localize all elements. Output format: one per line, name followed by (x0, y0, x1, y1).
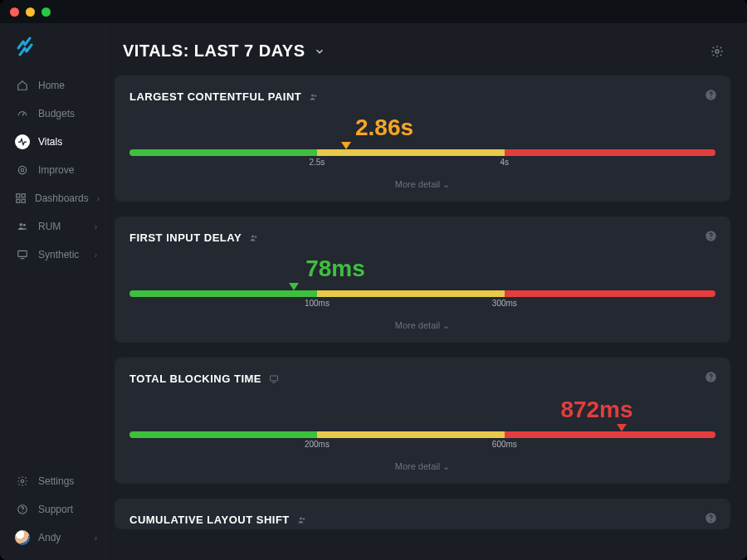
sidebar-item-dashboards[interactable]: Dashboards › (0, 184, 105, 212)
sidebar-item-rum[interactable]: RUM › (0, 212, 105, 241)
metric-value: 2.86s (106, 114, 715, 141)
chevron-down-icon: ⌄ (442, 320, 450, 330)
svg-point-1 (18, 166, 26, 173)
sidebar-item-budgets[interactable]: Budgets (0, 100, 105, 128)
metric-card-cls: CUMULATIVE LAYOUT SHIFT (115, 499, 730, 529)
sidebar-item-label: Home (38, 80, 65, 91)
window-close-dot[interactable] (10, 7, 19, 17)
more-detail-button[interactable]: More detail ⌄ (129, 315, 715, 334)
bar-segment-poor (505, 431, 715, 438)
threshold-tick: 2.5s (309, 158, 325, 167)
sidebar-item-label: Budgets (38, 108, 75, 119)
help-icon[interactable] (705, 512, 717, 524)
svg-point-26 (710, 379, 712, 381)
gear-icon (15, 474, 30, 489)
page-header: VITALS: LAST 7 DAYS (106, 23, 747, 75)
svg-rect-3 (17, 194, 20, 197)
card-title: FIRST INPUT DELAY (129, 231, 242, 244)
svg-point-28 (303, 518, 305, 520)
sidebar-nav: Home Budgets Vitals (0, 71, 105, 269)
threshold-bar: 2.5s 4s (129, 143, 715, 174)
svg-point-30 (710, 520, 712, 522)
svg-point-11 (21, 480, 24, 483)
svg-rect-6 (22, 199, 25, 202)
sidebar-item-improve[interactable]: Improve (0, 156, 105, 184)
svg-point-18 (710, 97, 712, 99)
users-icon (308, 92, 320, 102)
more-detail-button[interactable]: More detail ⌄ (129, 174, 715, 193)
threshold-tick: 300ms (492, 299, 517, 308)
sidebar-item-label: Synthetic (38, 249, 79, 261)
svg-rect-4 (22, 194, 25, 197)
app-logo[interactable] (0, 35, 105, 71)
sidebar-item-vitals[interactable]: Vitals (0, 128, 105, 156)
bar-segment-ni (317, 149, 505, 156)
svg-point-22 (710, 238, 712, 240)
app-window: Home Budgets Vitals (0, 0, 747, 560)
card-title: TOTAL BLOCKING TIME (129, 373, 261, 385)
content-scroll[interactable]: LARGEST CONTENTFUL PAINT 2.86s (106, 75, 747, 560)
threshold-tick: 200ms (305, 440, 330, 449)
value-marker (289, 283, 299, 290)
home-icon (15, 78, 30, 93)
threshold-bar: 100ms 300ms (129, 284, 715, 315)
sidebar-item-label: Dashboards (35, 192, 89, 204)
svg-rect-23 (271, 376, 278, 381)
users-icon (296, 515, 308, 525)
sidebar: Home Budgets Vitals (0, 23, 106, 560)
sidebar-item-label: Support (38, 504, 73, 515)
page-title: VITALS: LAST 7 DAYS (123, 41, 305, 61)
chevron-down-icon[interactable] (314, 46, 325, 57)
sidebar-item-label: Improve (38, 164, 74, 176)
user-avatar (15, 530, 30, 545)
chevron-down-icon: ⌄ (442, 461, 450, 471)
sidebar-item-label: RUM (38, 221, 61, 232)
svg-rect-5 (17, 199, 20, 202)
more-detail-button[interactable]: More detail ⌄ (129, 456, 715, 475)
metric-card-lcp: LARGEST CONTENTFUL PAINT 2.86s (115, 75, 730, 202)
main: VITALS: LAST 7 DAYS LARGEST CONTENTFUL P… (106, 23, 747, 560)
users-icon (15, 219, 30, 234)
sidebar-item-synthetic[interactable]: Synthetic › (0, 241, 105, 269)
sidebar-item-label: Andy (38, 532, 61, 543)
chevron-right-icon: › (97, 194, 100, 203)
value-marker (341, 142, 351, 149)
svg-point-15 (311, 94, 314, 96)
help-icon[interactable] (705, 371, 717, 383)
sidebar-bottom: Settings Support Andy › (0, 467, 105, 552)
window-titlebar (0, 0, 747, 23)
sidebar-item-home[interactable]: Home (0, 71, 105, 100)
chevron-right-icon: › (95, 533, 97, 543)
sidebar-item-user[interactable]: Andy › (0, 523, 105, 552)
users-icon (248, 233, 260, 243)
bar-segment-ni (317, 431, 505, 438)
svg-point-8 (23, 224, 26, 226)
sidebar-item-label: Settings (38, 475, 74, 487)
help-icon[interactable] (705, 89, 717, 101)
svg-point-7 (20, 223, 23, 226)
monitor-icon (268, 374, 280, 384)
chevron-right-icon: › (95, 222, 97, 231)
metric-value: 78ms (106, 256, 715, 282)
metric-card-fid: FIRST INPUT DELAY 78ms (115, 217, 730, 343)
bar-segment-good (129, 431, 317, 438)
svg-point-20 (255, 236, 257, 238)
help-icon[interactable] (705, 230, 717, 242)
window-zoom-dot[interactable] (42, 7, 51, 17)
sidebar-item-support[interactable]: Support (0, 495, 105, 523)
bar-segment-poor (505, 149, 715, 156)
target-icon (15, 163, 30, 178)
bar-segment-poor (505, 290, 715, 297)
chevron-right-icon: › (95, 251, 97, 260)
card-title: LARGEST CONTENTFUL PAINT (129, 90, 301, 103)
page-settings-button[interactable] (710, 45, 724, 58)
chevron-down-icon: ⌄ (442, 179, 450, 189)
threshold-tick: 600ms (492, 440, 517, 449)
card-title: CUMULATIVE LAYOUT SHIFT (129, 514, 290, 526)
gauge-icon (15, 106, 30, 121)
sidebar-item-settings[interactable]: Settings (0, 467, 105, 495)
metric-card-tbt: TOTAL BLOCKING TIME 872ms (115, 358, 730, 484)
bar-segment-ni (317, 290, 505, 297)
window-minimize-dot[interactable] (26, 7, 35, 17)
metric-value: 872ms (478, 397, 715, 423)
